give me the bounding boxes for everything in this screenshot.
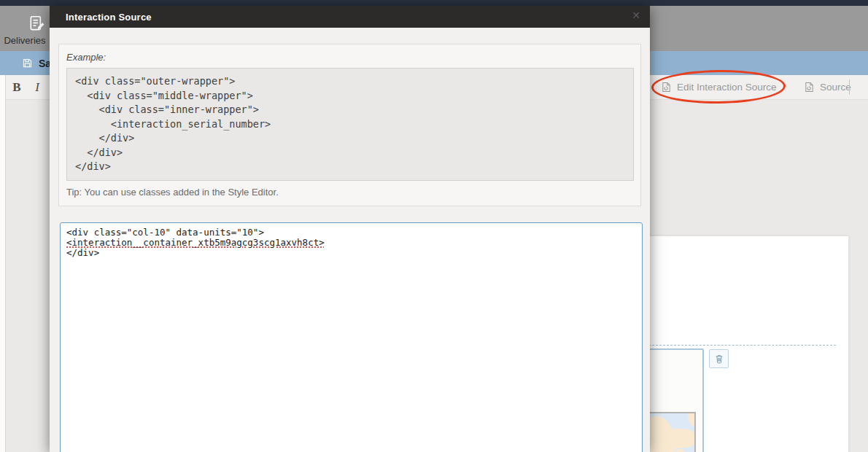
modal-title: Interaction Source [66,12,152,23]
deliveries-label: Deliveries [0,35,50,46]
editor-line: <div class="col-10" data-units="10"> [66,227,636,238]
sidebar-item-deliveries[interactable]: Deliveries [0,6,50,51]
interaction-source-editor[interactable]: <div class="col-10" data-units="10"> <in… [60,222,643,452]
document-source-icon [804,82,815,93]
map-landmass [688,412,696,426]
example-code-block: <div class="outer-wrapper"> <div class="… [66,68,634,181]
example-panel: Example: <div class="outer-wrapper"> <di… [58,44,641,206]
document-source-icon [661,82,672,93]
tip-text: Tip: You can use classes added in the St… [66,187,634,198]
top-navbar [0,0,868,6]
modal-header: Interaction Source ✕ [50,6,650,28]
editor-line: </div> [66,248,636,258]
interaction-source-modal: Interaction Source ✕ Example: <div class… [50,6,650,452]
deliveries-clipboard-icon [28,14,47,33]
toolbar-divider [849,79,850,95]
app-window: Deliveries Sav B I Edit Interaction Sour… [0,0,868,452]
source-label: Source [820,82,851,93]
example-label: Example: [66,52,634,63]
trash-icon [714,354,724,364]
editor-line-misspelled: <interaction__container_xtb5m9agcg3scg1a… [66,238,636,248]
italic-button[interactable]: I [28,75,47,99]
edit-interaction-source-label: Edit Interaction Source [677,82,777,93]
source-button[interactable]: Source [804,75,851,99]
save-floppy-icon [22,58,33,69]
delete-block-button[interactable] [709,349,729,368]
close-icon[interactable]: ✕ [632,10,640,20]
left-edge-panel [0,75,6,452]
edit-interaction-source-button[interactable]: Edit Interaction Source [661,75,777,99]
bold-button[interactable]: B [7,75,26,99]
